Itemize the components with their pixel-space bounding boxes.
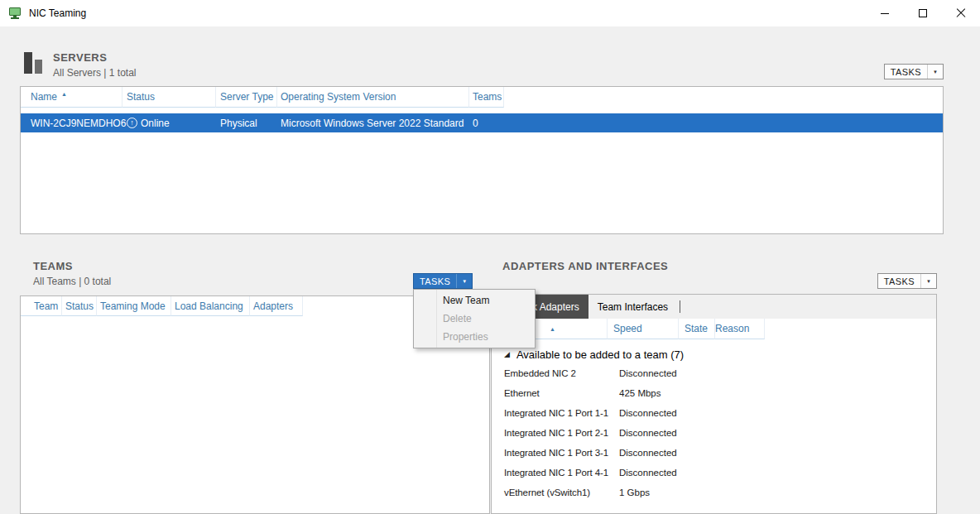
teams-section-title: TEAMS (33, 260, 73, 272)
adapter-speed-cell: Disconnected (616, 408, 677, 418)
servers-icon (23, 51, 45, 74)
adapter-row[interactable]: Integrated NIC 1 Port 4-1 Disconnected (492, 463, 936, 483)
column-header-status[interactable]: Status (122, 87, 216, 108)
column-header-load-balancing[interactable]: Load Balancing (171, 296, 250, 316)
nic-teaming-window: NIC Teaming SERVERS All Servers | 1 tota… (0, 0, 980, 514)
adapter-name-cell: Embedded NIC 2 (492, 368, 616, 378)
adapter-row[interactable]: Integrated NIC 1 Port 3-1 Disconnected (492, 443, 936, 463)
adapter-row[interactable]: vEthernet (vSwitch1) 1 Gbps (492, 483, 936, 502)
adapter-row[interactable]: Integrated NIC 1 Port 1-1 Disconnected (492, 403, 936, 423)
server-row-selected[interactable]: WIN-2CJ9NEMDHO6 ↑ Online Physical Micros… (21, 113, 943, 132)
adapter-speed-cell: Disconnected (616, 428, 677, 438)
menu-item-new-team[interactable]: New Team (414, 291, 535, 310)
servers-section-subtitle: All Servers | 1 total (53, 67, 137, 79)
adapter-name-cell: Integrated NIC 1 Port 4-1 (492, 468, 616, 478)
column-header-label: Server Type (220, 91, 273, 103)
servers-section-title: SERVERS (53, 51, 107, 64)
server-type-cell: Physical (216, 118, 277, 129)
sort-ascending-icon: ▲ (61, 91, 67, 97)
server-os-cell: Microsoft Windows Server 2022 Standard (277, 118, 469, 129)
column-header-label: Operating System Version (281, 91, 396, 103)
collapse-triangle-icon: ◢ (504, 350, 510, 358)
column-header-status[interactable]: Status (62, 296, 97, 316)
adapter-row[interactable]: Integrated NIC 1 Port 2-1 Disconnected (492, 423, 936, 443)
adapter-group-label: Available to be added to a team (7) (516, 348, 684, 361)
adapter-name-cell: Integrated NIC 1 Port 3-1 (492, 448, 616, 458)
header-filler (504, 87, 943, 108)
window-controls (866, 0, 980, 26)
dropdown-arrow-icon: ▼ (920, 274, 936, 288)
adapter-speed-cell: 1 Gbps (616, 488, 650, 497)
server-status-cell: ↑ Online (122, 118, 216, 129)
column-header-label: Status (127, 91, 155, 103)
adapter-speed-cell: Disconnected (616, 468, 677, 478)
column-header-name[interactable]: Name ▲ (21, 87, 122, 108)
adapters-panel: Network Adapters Team Interfaces ▲ Speed… (491, 294, 937, 514)
column-header-label: Adapters (253, 300, 293, 312)
teams-tasks-menu: New Team Delete Properties (413, 289, 536, 348)
adapters-section-title: ADAPTERS AND INTERFACES (502, 260, 668, 272)
column-header-teams[interactable]: Teams (469, 87, 504, 108)
teams-section-subtitle: All Teams | 0 total (33, 276, 111, 287)
column-header-os-version[interactable]: Operating System Version (277, 87, 469, 108)
minimize-button[interactable] (866, 0, 904, 26)
server-teams-cell: 0 (469, 118, 504, 129)
maximize-icon (919, 9, 927, 17)
minimize-icon (881, 13, 889, 14)
dropdown-arrow-icon: ▼ (456, 274, 472, 288)
titlebar: NIC Teaming (0, 0, 980, 26)
server-status-text: Online (141, 118, 170, 129)
teams-tasks-button[interactable]: TASKS ▼ (413, 273, 473, 289)
column-header-label: Name (31, 91, 57, 103)
servers-table-header: Name ▲ Status Server Type Operating Syst… (21, 87, 943, 108)
adapter-name-cell: Integrated NIC 1 Port 1-1 (492, 408, 616, 418)
column-header-label: Load Balancing (175, 300, 243, 312)
adapter-name-cell: Integrated NIC 1 Port 2-1 (492, 428, 616, 438)
adapter-row[interactable]: Embedded NIC 2 Disconnected (492, 363, 936, 383)
adapters-table-header: ▲ Speed State Reason (492, 319, 936, 339)
window-title: NIC Teaming (29, 7, 86, 19)
adapter-speed-cell: 425 Mbps (616, 388, 661, 398)
column-header-reason[interactable]: Reason (715, 319, 765, 339)
adapters-tab-bar: Network Adapters Team Interfaces (492, 295, 936, 319)
close-icon (956, 8, 966, 18)
tasks-label: TASKS (414, 274, 456, 288)
tab-separator (680, 300, 680, 313)
column-header-speed[interactable]: Speed (608, 319, 679, 339)
servers-table: Name ▲ Status Server Type Operating Syst… (20, 86, 944, 234)
column-header-team[interactable]: Team (21, 296, 62, 316)
adapter-name-cell: vEthernet (vSwitch1) (492, 488, 616, 497)
column-header-state[interactable]: State (679, 319, 715, 339)
column-header-label: Teams (473, 91, 502, 103)
column-header-label: Team (34, 300, 58, 312)
app-icon (9, 7, 22, 20)
column-header-label: Reason (715, 323, 749, 334)
close-button[interactable] (942, 0, 980, 26)
adapters-tasks-button[interactable]: TASKS ▼ (877, 273, 937, 289)
tab-team-interfaces[interactable]: Team Interfaces (588, 295, 677, 319)
adapter-name-cell: Ethernet (492, 388, 616, 398)
online-status-icon: ↑ (127, 118, 137, 128)
adapter-speed-cell: Disconnected (616, 368, 677, 378)
column-header-label: Teaming Mode (100, 300, 166, 312)
column-header-label: Speed (613, 323, 642, 334)
sort-ascending-icon: ▲ (550, 326, 555, 332)
menu-item-delete: Delete (414, 310, 535, 328)
server-name-cell: WIN-2CJ9NEMDHO6 (21, 118, 122, 129)
menu-item-properties: Properties (414, 328, 535, 346)
tasks-label: TASKS (878, 274, 920, 288)
adapter-group-row[interactable]: ◢ Available to be added to a team (7) (492, 345, 936, 363)
menu-gutter-line (436, 290, 437, 348)
column-header-label: Status (65, 300, 94, 312)
column-header-label: State (685, 323, 708, 334)
tasks-label: TASKS (885, 65, 927, 79)
dropdown-arrow-icon: ▼ (927, 65, 943, 79)
servers-tasks-button[interactable]: TASKS ▼ (884, 64, 944, 79)
column-header-server-type[interactable]: Server Type (216, 87, 277, 108)
column-header-teaming-mode[interactable]: Teaming Mode (97, 296, 171, 316)
column-header-adapters[interactable]: Adapters (250, 296, 303, 316)
adapter-speed-cell: Disconnected (616, 448, 677, 458)
maximize-button[interactable] (904, 0, 942, 26)
adapter-row[interactable]: Ethernet 425 Mbps (492, 383, 936, 403)
header-filler (765, 319, 936, 339)
